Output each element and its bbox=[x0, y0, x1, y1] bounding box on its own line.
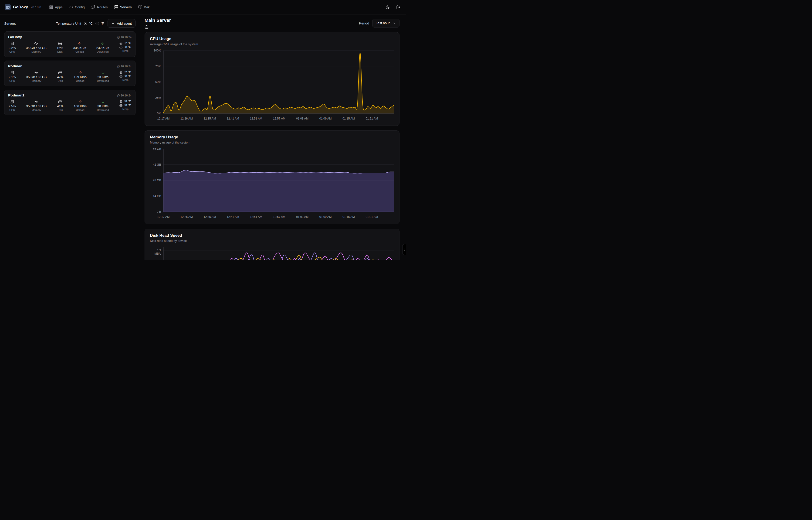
server-name: Podman2 bbox=[8, 93, 24, 97]
svg-text:12:26 AM: 12:26 AM bbox=[180, 215, 193, 218]
cpu-temp-value: 38 °C bbox=[124, 100, 131, 103]
add-agent-button[interactable]: Add agent bbox=[108, 19, 136, 28]
svg-text:0 B: 0 B bbox=[157, 210, 161, 213]
cpu-icon bbox=[10, 100, 14, 104]
brand[interactable]: GoDoxy v0.18.0 bbox=[5, 4, 41, 10]
svg-text:01:21 AM: 01:21 AM bbox=[366, 215, 378, 218]
nav-item-config[interactable]: Config bbox=[69, 5, 85, 9]
theme-toggle-button[interactable] bbox=[386, 5, 390, 9]
disk-label: Disk bbox=[58, 109, 63, 111]
period-select[interactable]: Last hour bbox=[372, 19, 399, 27]
nav-right bbox=[386, 5, 400, 9]
svg-text:12:51 AM: 12:51 AM bbox=[250, 117, 262, 120]
chart-subtitle: Average CPU usage of the system bbox=[150, 43, 394, 46]
svg-text:56 GB: 56 GB bbox=[153, 147, 161, 151]
download-value: 232 KB/s bbox=[96, 46, 109, 50]
logout-button[interactable] bbox=[396, 5, 400, 9]
upload-label: Upload bbox=[76, 50, 84, 53]
memory-value: 35 GB / 63 GB bbox=[26, 46, 47, 50]
upload-value: 335 KB/s bbox=[73, 46, 86, 50]
sidebar-title: Servers bbox=[4, 22, 16, 25]
hard-drive-icon bbox=[119, 75, 122, 78]
download-label: Download bbox=[97, 79, 109, 82]
svg-text:01:03 AM: 01:03 AM bbox=[296, 215, 308, 218]
disk-temp-value: 38 °C bbox=[124, 104, 131, 107]
stat-cpu: 2.5%CPU bbox=[9, 100, 16, 111]
sidebar-collapse-tab[interactable] bbox=[402, 244, 406, 255]
svg-text:12:51 AM: 12:51 AM bbox=[250, 215, 262, 218]
server-timestamp: @ 16:16:24 bbox=[117, 94, 132, 97]
memory-label: Memory bbox=[32, 109, 41, 111]
activity-icon bbox=[34, 100, 38, 104]
disk-label: Disk bbox=[57, 50, 62, 53]
stat-disk: 47%Disk bbox=[57, 71, 63, 82]
chart-subtitle: Memory usage of the system bbox=[150, 141, 394, 144]
server-icon bbox=[114, 5, 118, 9]
server-card-godoxy[interactable]: GoDoxy @ 16:16:24 2.2%CPU 35 GB / 63 GBM… bbox=[4, 31, 136, 57]
svg-text:12:17 AM: 12:17 AM bbox=[157, 117, 170, 120]
temp-label: Temp bbox=[122, 49, 129, 52]
svg-text:01:21 AM: 01:21 AM bbox=[366, 117, 378, 120]
upload-value: 106 KB/s bbox=[74, 104, 87, 108]
nav-item-servers[interactable]: Servers bbox=[114, 5, 132, 9]
memory-value: 35 GB / 63 GB bbox=[26, 104, 47, 108]
svg-text:01:09 AM: 01:09 AM bbox=[319, 215, 332, 218]
chart-title: Memory Usage bbox=[150, 135, 394, 139]
stat-download: 23 KB/sDownload bbox=[97, 71, 109, 82]
code-icon bbox=[69, 5, 73, 9]
stat-memory: 35 GB / 63 GBMemory bbox=[26, 100, 47, 111]
disk-temp-value: 38 °C bbox=[124, 46, 131, 49]
cpu-icon bbox=[119, 71, 122, 74]
server-card-podman[interactable]: Podman @ 16:16:24 2.1%CPU 35 GB / 63 GBM… bbox=[4, 60, 136, 86]
nav-items: Apps Config Routes Servers Wiki bbox=[49, 5, 150, 9]
stat-temp: 32 °C 38 °C Temp bbox=[119, 71, 131, 81]
disk-value: 41% bbox=[57, 104, 63, 108]
svg-text:01:03 AM: 01:03 AM bbox=[296, 117, 308, 120]
cpu-icon bbox=[10, 42, 14, 46]
stat-memory: 35 GB / 63 GBMemory bbox=[26, 71, 47, 82]
unit-fahrenheit-label: °F bbox=[101, 22, 104, 25]
hard-drive-icon bbox=[58, 100, 62, 104]
stat-download: 30 KB/sDownload bbox=[97, 100, 109, 111]
memory-usage-chart: 56 GB42 GB28 GB14 GB0 B12:17 AM12:26 AM1… bbox=[150, 147, 394, 220]
server-timestamp: @ 16:16:24 bbox=[117, 36, 132, 39]
arrow-up-icon bbox=[78, 42, 82, 46]
route-icon bbox=[91, 5, 95, 9]
nav-item-apps[interactable]: Apps bbox=[49, 5, 63, 9]
nav-label: Wiki bbox=[144, 5, 150, 9]
nav-item-routes[interactable]: Routes bbox=[91, 5, 108, 9]
svg-text:12:17 AM: 12:17 AM bbox=[157, 215, 170, 218]
temp-label: Temp bbox=[122, 108, 129, 110]
server-card-podman2[interactable]: Podman2 @ 16:16:24 2.5%CPU 35 GB / 63 GB… bbox=[4, 90, 136, 115]
chevron-left-icon bbox=[403, 248, 406, 251]
nav-label: Config bbox=[75, 5, 85, 9]
globe-icon bbox=[145, 25, 148, 29]
moon-icon bbox=[386, 5, 390, 9]
server-timestamp: @ 16:16:24 bbox=[117, 65, 132, 68]
svg-text:12:57 AM: 12:57 AM bbox=[273, 117, 285, 120]
unit-fahrenheit-radio[interactable]: °F bbox=[95, 22, 104, 25]
upload-label: Upload bbox=[76, 79, 84, 82]
svg-text:25%: 25% bbox=[155, 96, 161, 100]
upload-value: 129 KB/s bbox=[74, 75, 87, 79]
cpu-icon bbox=[10, 71, 14, 75]
cpu-value: 2.1% bbox=[9, 75, 16, 79]
svg-text:12:35 AM: 12:35 AM bbox=[203, 215, 216, 218]
unit-celsius-radio[interactable]: °C bbox=[84, 22, 93, 25]
cpu-value: 2.2% bbox=[9, 46, 16, 50]
cpu-usage-chart: 100%75%50%25%0%12:17 AM12:26 AM12:35 AM1… bbox=[150, 49, 394, 121]
chart-subtitle: Disk read speed by device bbox=[150, 239, 394, 242]
svg-text:1/2MB/s: 1/2MB/s bbox=[155, 249, 161, 255]
radio-selected-icon bbox=[84, 22, 87, 25]
nav-item-wiki[interactable]: Wiki bbox=[138, 5, 150, 9]
memory-label: Memory bbox=[31, 50, 41, 53]
radio-unselected-icon bbox=[95, 22, 99, 25]
stat-temp: 32 °C 38 °C Temp bbox=[119, 42, 131, 52]
hard-drive-icon bbox=[119, 104, 122, 107]
download-value: 30 KB/s bbox=[97, 104, 109, 108]
activity-icon bbox=[34, 42, 38, 46]
hard-drive-icon bbox=[58, 42, 62, 46]
nav-label: Apps bbox=[55, 5, 63, 9]
svg-text:01:09 AM: 01:09 AM bbox=[319, 117, 332, 120]
chevron-down-icon bbox=[392, 21, 396, 25]
